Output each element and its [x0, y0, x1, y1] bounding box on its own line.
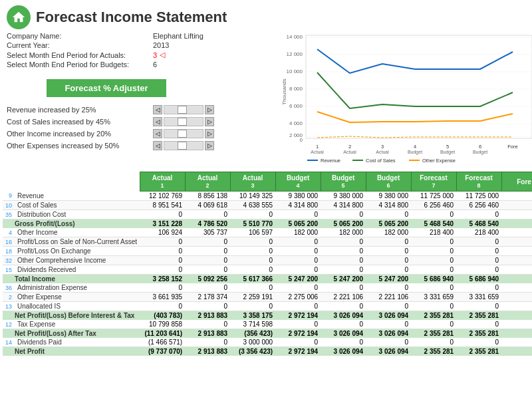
slider-track-3[interactable]	[164, 141, 203, 150]
cell-4-4: 182 000	[321, 228, 366, 237]
actuals-label: Select Month End Period for Actuals:	[7, 51, 153, 59]
cell-12-3: 0	[275, 302, 321, 311]
cell-9-8: 5	[501, 275, 532, 284]
row-num-1: 10	[3, 201, 15, 210]
cell-2-4: 0	[321, 210, 366, 219]
cell-7-2: 0	[230, 256, 275, 265]
slider-left-1[interactable]: ◁	[153, 117, 162, 126]
income-table: Actual1 Actual2 Actual3 Budget4 Budget5 …	[3, 172, 532, 356]
cell-15-5: 3 026 094	[366, 329, 411, 338]
table-row: 36Administration Expense00000000	[3, 283, 532, 293]
table-row: 4Other Income106 924305 737106 597182 00…	[3, 228, 532, 237]
row-label-16: Dividends Paid	[15, 338, 140, 347]
cell-10-2: 0	[230, 283, 275, 293]
cell-12-6: 0	[411, 302, 456, 311]
slider-track-2[interactable]	[164, 129, 203, 138]
cell-4-5: 182 000	[366, 228, 411, 237]
row-label-12: Unallocated IS	[15, 302, 140, 311]
row-num-8: 15	[3, 265, 15, 275]
svg-text:Budget: Budget	[440, 150, 455, 155]
slider-right-3[interactable]: ▷	[205, 141, 214, 150]
cell-17-4: 3 026 094	[321, 347, 366, 356]
row-num-3	[3, 219, 15, 229]
cell-6-5: 0	[366, 247, 411, 256]
cell-8-6: 0	[411, 265, 456, 275]
cell-17-1: 2 913 883	[185, 347, 230, 356]
cell-3-7: 5 468 540	[456, 219, 501, 229]
cell-15-4: 3 026 094	[321, 329, 366, 338]
cell-7-7: 0	[456, 256, 501, 265]
svg-text:Revenue: Revenue	[321, 158, 340, 164]
cell-14-2: 3 714 598	[230, 320, 275, 329]
slider-row-cos: Cost of Sales increased by 45% ◁ ▷	[7, 117, 273, 126]
cell-1-8: 6	[501, 201, 532, 210]
svg-text:Thousands: Thousands	[281, 78, 287, 105]
year-value: 2013	[153, 41, 169, 49]
actuals-value: 3	[153, 51, 157, 59]
cell-2-5: 0	[366, 210, 411, 219]
cell-14-4: 0	[321, 320, 366, 329]
slider-control-3[interactable]: ◁ ▷	[153, 141, 214, 150]
table-row: Net Profit/(Loss) After Tax(11 203 641)2…	[3, 329, 532, 338]
header: Forecast Income Statement	[0, 0, 532, 32]
row-label-13: Net Profit/(Loss) Before Interest & Tax	[15, 311, 140, 321]
cell-1-4: 4 314 800	[321, 201, 366, 210]
svg-text:10 000: 10 000	[287, 68, 303, 74]
budgets-value: 6	[153, 61, 157, 68]
svg-text:Actual: Actual	[376, 150, 389, 154]
cell-7-1: 0	[185, 256, 230, 265]
col-header-7: Forecast7	[411, 172, 456, 192]
svg-text:6 000: 6 000	[289, 103, 303, 109]
cell-9-7: 5 686 940	[456, 275, 501, 284]
slider-right-1[interactable]: ▷	[205, 117, 214, 126]
row-num-9	[3, 275, 15, 284]
cell-2-0: 0	[140, 210, 185, 219]
cell-4-7: 218 400	[456, 228, 501, 237]
slider-left-3[interactable]: ◁	[153, 141, 162, 150]
table-row: 14Dividends Paid(1 466 571)03 000 000000…	[3, 338, 532, 347]
row-num-11: 2	[3, 293, 15, 302]
data-table-section: Actual1 Actual2 Actual3 Budget4 Budget5 …	[0, 172, 532, 356]
slider-left-2[interactable]: ◁	[153, 129, 162, 138]
cell-5-2: 0	[230, 237, 275, 247]
cell-7-0: 0	[140, 256, 185, 265]
slider-label-3: Other Expenses increased by 50%	[7, 142, 153, 150]
row-num-7: 32	[3, 256, 15, 265]
slider-track-1[interactable]	[164, 117, 203, 126]
cell-8-4: 0	[321, 265, 366, 275]
cell-15-1: 2 913 883	[185, 329, 230, 338]
cell-13-8: 2	[501, 311, 532, 321]
cell-1-1: 4 069 618	[185, 201, 230, 210]
adjuster-button[interactable]: Forecast % Adjuster	[47, 79, 166, 97]
cell-0-0: 12 102 769	[140, 192, 185, 201]
slider-control-1[interactable]: ◁ ▷	[153, 117, 214, 126]
cell-14-3: 0	[275, 320, 321, 329]
slider-left-0[interactable]: ◁	[153, 105, 162, 114]
slider-control-2[interactable]: ◁ ▷	[153, 129, 214, 138]
slider-track-0[interactable]	[164, 105, 203, 114]
row-label-2: Distribution Cost	[15, 210, 140, 219]
svg-text:Cost of Sales: Cost of Sales	[366, 158, 396, 164]
header-icon	[7, 5, 31, 29]
cell-6-2: 0	[230, 247, 275, 256]
cell-11-3: 2 275 006	[275, 293, 321, 302]
slider-row-revenue: Revenue increased by 25% ◁ ▷	[7, 105, 273, 114]
col-header-5: Budget5	[321, 172, 366, 192]
slider-right-2[interactable]: ▷	[205, 129, 214, 138]
cell-1-0: 8 951 541	[140, 201, 185, 210]
svg-text:4: 4	[414, 144, 416, 150]
cell-17-3: 2 972 194	[275, 347, 321, 356]
cell-9-5: 5 247 200	[366, 275, 411, 284]
cell-0-4: 9 380 000	[321, 192, 366, 201]
row-label-9: Total Income	[15, 275, 140, 284]
cell-8-2: 0	[230, 265, 275, 275]
cell-12-8	[501, 302, 532, 311]
cell-5-4: 0	[321, 237, 366, 247]
slider-right-0[interactable]: ▷	[205, 105, 214, 114]
sliders-container: Revenue increased by 25% ◁ ▷ Cost of Sal…	[7, 105, 273, 150]
slider-control-0[interactable]: ◁ ▷	[153, 105, 214, 114]
row-label-14: Tax Expense	[15, 320, 140, 329]
row-num-10: 36	[3, 283, 15, 293]
cell-11-5: 2 221 106	[366, 293, 411, 302]
row-label-10: Administration Expense	[15, 283, 140, 293]
